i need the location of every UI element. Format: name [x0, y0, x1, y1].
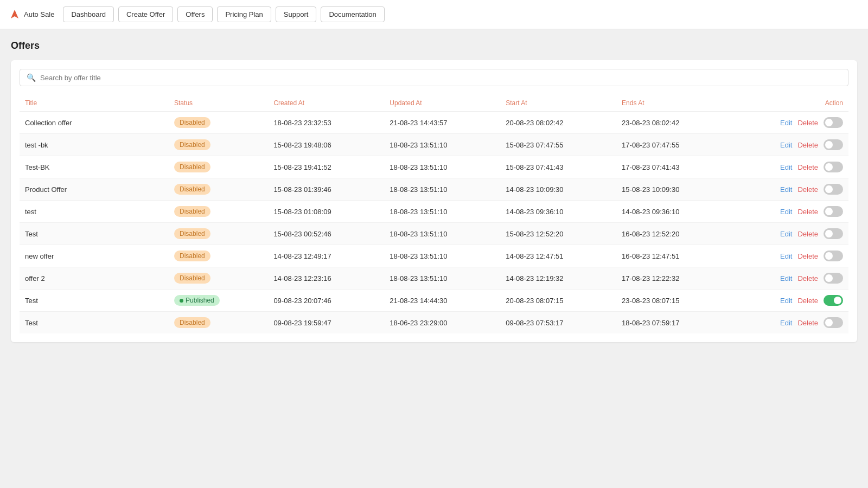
cell-updated-at: 18-08-23 13:51:10: [384, 245, 500, 267]
edit-button[interactable]: Edit: [780, 230, 792, 238]
edit-button[interactable]: Edit: [780, 185, 792, 194]
cell-status: Disabled: [169, 134, 268, 156]
cell-created-at: 18-08-23 23:32:53: [268, 112, 384, 134]
toggle-slider: [824, 139, 843, 150]
nav-create-offer-button[interactable]: Create Offer: [118, 7, 173, 22]
cell-start-at: 14-08-23 09:36:10: [500, 201, 616, 223]
action-group: EditDelete: [738, 139, 843, 150]
delete-button[interactable]: Delete: [797, 119, 818, 127]
col-header-title: Title: [20, 95, 169, 112]
edit-button[interactable]: Edit: [780, 119, 792, 127]
delete-button[interactable]: Delete: [797, 252, 818, 260]
status-toggle[interactable]: [824, 317, 843, 328]
search-input[interactable]: [40, 74, 841, 82]
delete-button[interactable]: Delete: [797, 230, 818, 238]
action-group: EditDelete: [738, 273, 843, 284]
cell-ends-at: 17-08-23 07:47:55: [616, 134, 732, 156]
delete-button[interactable]: Delete: [797, 141, 818, 149]
edit-button[interactable]: Edit: [780, 274, 792, 282]
cell-title: Test: [20, 223, 169, 245]
action-group: EditDelete: [738, 317, 843, 328]
offers-table-container: 🔍 Title Status Created At Updated At Sta…: [11, 60, 857, 342]
cell-start-at: 15-08-23 07:47:55: [500, 134, 616, 156]
cell-action: EditDelete: [732, 112, 848, 134]
cell-title: test -bk: [20, 134, 169, 156]
status-toggle[interactable]: [824, 228, 843, 239]
table-body: Collection offerDisabled18-08-23 23:32:5…: [20, 112, 848, 334]
cell-updated-at: 21-08-23 14:43:57: [384, 112, 500, 134]
table-row: new offerDisabled14-08-23 12:49:1718-08-…: [20, 245, 848, 267]
cell-action: EditDelete: [732, 223, 848, 245]
status-toggle[interactable]: [824, 162, 843, 172]
status-badge: Disabled: [174, 206, 210, 217]
status-toggle[interactable]: [824, 139, 843, 150]
top-bar: Auto Sale Dashboard Create Offer Offers …: [0, 0, 868, 29]
nav-offers-button[interactable]: Offers: [177, 7, 213, 22]
cell-start-at: 14-08-23 12:19:32: [500, 267, 616, 290]
col-header-created: Created At: [268, 95, 384, 112]
cell-start-at: 14-08-23 12:47:51: [500, 245, 616, 267]
delete-button[interactable]: Delete: [797, 163, 818, 171]
cell-created-at: 15-08-23 19:48:06: [268, 134, 384, 156]
page-title: Offers: [11, 40, 857, 52]
cell-updated-at: 18-06-23 23:29:00: [384, 312, 500, 334]
cell-start-at: 20-08-23 08:02:42: [500, 112, 616, 134]
logo-area: Auto Sale: [9, 9, 54, 21]
delete-button[interactable]: Delete: [797, 185, 818, 194]
table-row: offer 2Disabled14-08-23 12:23:1618-08-23…: [20, 267, 848, 290]
table-row: TestPublished09-08-23 20:07:4621-08-23 1…: [20, 290, 848, 312]
toggle-slider: [824, 317, 843, 328]
nav-support-button[interactable]: Support: [276, 7, 317, 22]
cell-created-at: 09-08-23 19:59:47: [268, 312, 384, 334]
table-header: Title Status Created At Updated At Start…: [20, 95, 848, 112]
toggle-slider: [824, 184, 843, 195]
cell-status: Disabled: [169, 201, 268, 223]
edit-button[interactable]: Edit: [780, 319, 792, 327]
search-bar: 🔍: [20, 69, 848, 86]
cell-status: Disabled: [169, 178, 268, 201]
table-row: test -bkDisabled15-08-23 19:48:0618-08-2…: [20, 134, 848, 156]
delete-button[interactable]: Delete: [797, 274, 818, 282]
status-toggle[interactable]: [824, 295, 843, 306]
col-header-ends: Ends At: [616, 95, 732, 112]
cell-action: EditDelete: [732, 156, 848, 178]
status-toggle[interactable]: [824, 273, 843, 284]
table-row: Test-BKDisabled15-08-23 19:41:5218-08-23…: [20, 156, 848, 178]
cell-status: Disabled: [169, 245, 268, 267]
edit-button[interactable]: Edit: [780, 252, 792, 260]
cell-title: Test: [20, 290, 169, 312]
table-row: testDisabled15-08-23 01:08:0918-08-23 13…: [20, 201, 848, 223]
status-badge: Disabled: [174, 184, 210, 195]
cell-action: EditDelete: [732, 245, 848, 267]
nav-pricing-plan-button[interactable]: Pricing Plan: [217, 7, 271, 22]
status-toggle[interactable]: [824, 251, 843, 261]
cell-title: test: [20, 201, 169, 223]
cell-ends-at: 17-08-23 12:22:32: [616, 267, 732, 290]
edit-button[interactable]: Edit: [780, 208, 792, 216]
col-header-action: Action: [732, 95, 848, 112]
delete-button[interactable]: Delete: [797, 297, 818, 305]
nav-documentation-button[interactable]: Documentation: [321, 7, 384, 22]
cell-title: offer 2: [20, 267, 169, 290]
col-header-status: Status: [169, 95, 268, 112]
cell-created-at: 14-08-23 12:49:17: [268, 245, 384, 267]
search-icon: 🔍: [27, 73, 36, 82]
edit-button[interactable]: Edit: [780, 297, 792, 305]
status-toggle[interactable]: [824, 184, 843, 195]
table-row: Product OfferDisabled15-08-23 01:39:4618…: [20, 178, 848, 201]
cell-ends-at: 16-08-23 12:47:51: [616, 245, 732, 267]
cell-title: Product Offer: [20, 178, 169, 201]
status-toggle[interactable]: [824, 206, 843, 217]
status-toggle[interactable]: [824, 117, 843, 128]
toggle-slider: [824, 117, 843, 128]
edit-button[interactable]: Edit: [780, 163, 792, 171]
app-logo-icon: [9, 9, 21, 21]
cell-created-at: 15-08-23 00:52:46: [268, 223, 384, 245]
cell-title: Test-BK: [20, 156, 169, 178]
delete-button[interactable]: Delete: [797, 319, 818, 327]
nav-dashboard-button[interactable]: Dashboard: [63, 7, 114, 22]
cell-status: Disabled: [169, 312, 268, 334]
delete-button[interactable]: Delete: [797, 208, 818, 216]
table-row: TestDisabled09-08-23 19:59:4718-06-23 23…: [20, 312, 848, 334]
edit-button[interactable]: Edit: [780, 141, 792, 149]
